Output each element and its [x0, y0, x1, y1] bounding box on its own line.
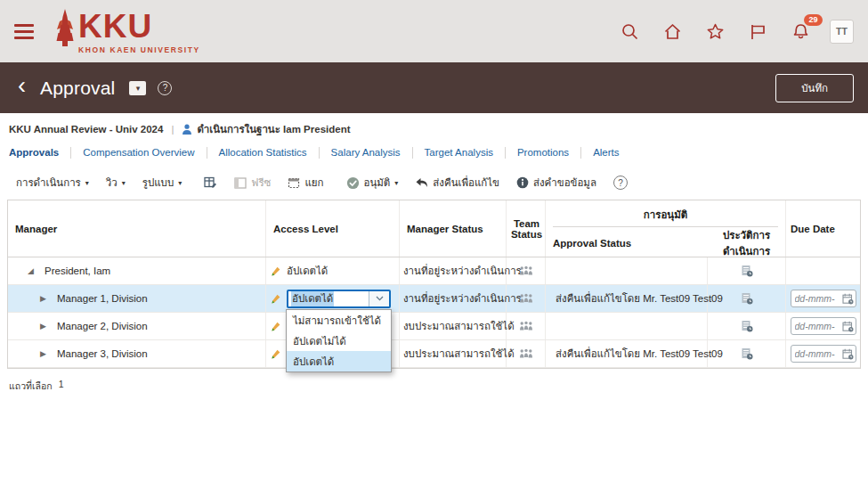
team-status-cell[interactable]	[507, 285, 546, 312]
detach-icon	[288, 177, 300, 189]
dropdown-option[interactable]: ไม่สามารถเข้าใช้ได้	[287, 310, 391, 331]
return-for-correction-button[interactable]: ส่งคืนเพื่อแก้ไข	[415, 175, 499, 191]
due-date-placeholder: dd-mmm-	[795, 321, 842, 331]
access-level-value: อัปเดตได้	[287, 263, 328, 279]
dropdown-option[interactable]: อัปเดตไม่ได้	[287, 331, 391, 351]
avatar[interactable]: TT	[830, 20, 854, 44]
table-row[interactable]: ▶ Manager 3, Division งบประมาณสามารถใช้ไ…	[8, 340, 860, 368]
combobox-value: อัปเดตได้	[291, 291, 334, 306]
manager-cell[interactable]: ▶ Manager 3, Division	[8, 340, 266, 367]
save-button[interactable]: บันทึก	[775, 74, 854, 102]
flag-icon[interactable]	[749, 22, 767, 41]
action-history-cell[interactable]	[708, 313, 786, 339]
back-button[interactable]: ‹	[18, 74, 26, 98]
team-status-cell[interactable]	[507, 313, 546, 339]
tab-allocation-statistics[interactable]: Allocation Statistics	[207, 147, 320, 159]
table-row[interactable]: ▶ Manager 2, Division งบประมาณสามารถใช้ไ…	[8, 313, 860, 340]
column-header-manager-status: Manager Status	[400, 200, 507, 257]
table-row[interactable]: ◢ President, Iam อัปเดตได้ งานที่อยู่ระห…	[8, 257, 860, 285]
request-information-button[interactable]: ส่งคำขอข้อมูล	[516, 175, 596, 191]
favorites-star-icon[interactable]	[706, 22, 725, 41]
toolbar-help-icon[interactable]: ?	[613, 176, 628, 190]
pencil-icon	[270, 321, 281, 332]
combobox-dropdown-button[interactable]	[369, 291, 389, 306]
home-icon[interactable]	[663, 22, 682, 41]
panel-toggle-icon[interactable]: ▾	[129, 81, 146, 95]
expand-collapse-icon[interactable]: ◢	[28, 266, 37, 275]
approve-check-icon	[346, 176, 360, 190]
tab-promotions[interactable]: Promotions	[506, 147, 581, 159]
manager-cell[interactable]: ◢ President, Iam	[8, 257, 266, 284]
action-history-cell[interactable]	[708, 285, 786, 312]
expand-collapse-icon[interactable]: ▶	[40, 322, 50, 331]
tab-approvals[interactable]: Approvals	[9, 147, 71, 159]
expand-collapse-icon[interactable]: ▶	[40, 294, 50, 303]
selected-rows-label: แถวที่เลือก	[9, 379, 53, 394]
selected-rows-count: 1	[59, 379, 64, 394]
manager-status-cell: งานที่อยู่ระหว่างดำเนินการ	[400, 285, 507, 312]
person-icon	[182, 124, 192, 135]
view-menu[interactable]: วิว ▾	[106, 175, 126, 191]
actions-menu[interactable]: การดำเนินการ ▾	[16, 175, 89, 191]
due-date-cell: dd-mmm-	[786, 340, 860, 367]
approval-table: Manager Access Level Manager Status Team…	[7, 200, 861, 369]
breadcrumb-divider: |	[171, 124, 174, 135]
tab-target-analysis[interactable]: Target Analysis	[413, 147, 506, 159]
detach-button[interactable]: แยก	[288, 175, 323, 191]
caret-down-icon: ▾	[178, 179, 182, 187]
group-header-label: การอนุมัติ	[546, 200, 785, 223]
due-date-cell	[786, 257, 860, 284]
access-level-combobox[interactable]: อัปเดตได้	[287, 290, 391, 308]
action-history-cell[interactable]	[708, 257, 786, 284]
calendar-icon[interactable]	[842, 321, 854, 332]
table-toolbar: การดำเนินการ ▾ วิว ▾ รูปแบบ ▾ ฟรีซ แยก	[0, 167, 868, 200]
pencil-icon	[270, 265, 281, 277]
manager-cell[interactable]: ▶ Manager 2, Division	[8, 313, 266, 339]
due-date-placeholder: dd-mmm-	[795, 348, 842, 359]
page-title: Approval	[40, 78, 115, 99]
acting-as: ดำเนินการในฐานะ Iam President	[182, 121, 350, 137]
action-history-icon	[741, 265, 753, 277]
tab-alerts[interactable]: Alerts	[581, 147, 630, 159]
table-row[interactable]: ▶ Manager 1, Division อัปเดตได้ งานที่อย…	[8, 285, 860, 313]
logo-text: KKU	[78, 9, 152, 45]
manager-name: Manager 1, Division	[57, 293, 148, 304]
team-icon	[519, 293, 533, 304]
column-header-team-status: Team Status	[507, 200, 546, 257]
team-status-cell[interactable]	[507, 257, 546, 284]
plan-title: KKU Annual Review - Univ 2024	[9, 124, 163, 135]
action-history-icon	[741, 347, 753, 360]
due-date-cell: dd-mmm-	[786, 313, 860, 339]
chevron-down-icon	[376, 296, 384, 301]
team-status-cell[interactable]	[507, 340, 546, 367]
due-date-input[interactable]: dd-mmm-	[791, 290, 856, 307]
column-header-access-level: Access Level	[266, 200, 400, 257]
help-icon[interactable]: ?	[158, 81, 172, 95]
due-date-input[interactable]: dd-mmm-	[791, 317, 856, 335]
approve-button[interactable]: อนุมัติ ▾	[346, 175, 399, 191]
notification-badge: 29	[804, 14, 823, 26]
manager-cell[interactable]: ▶ Manager 1, Division	[8, 285, 266, 312]
column-header-action-history: ประวัติการดำเนินการ	[708, 227, 785, 259]
tab-salary-analysis[interactable]: Salary Analysis	[320, 147, 413, 159]
acting-as-label: ดำเนินการในฐานะ Iam President	[197, 121, 350, 137]
format-menu[interactable]: รูปแบบ ▾	[142, 175, 183, 191]
due-date-input[interactable]: dd-mmm-	[791, 345, 856, 363]
approval-status-cell: ส่งคืนเพื่อแก้ไขโดย Mr. Test09 Test09	[546, 285, 708, 312]
dropdown-option-highlighted[interactable]: อัปเดตได้	[287, 351, 391, 372]
manager-name: President, Iam	[45, 265, 110, 276]
expand-collapse-icon[interactable]: ▶	[40, 349, 50, 358]
freeze-button[interactable]: ฟรีซ	[234, 175, 271, 191]
calendar-icon[interactable]	[842, 348, 854, 360]
manage-columns-button[interactable]	[204, 176, 217, 189]
approval-status-cell: ส่งคืนเพื่อแก้ไขโดย Mr. Test09 Test09	[546, 340, 708, 367]
column-group-approval: การอนุมัติ Approval Status ประวัติการดำเ…	[546, 200, 786, 257]
action-history-icon	[741, 292, 753, 305]
hamburger-menu-icon[interactable]	[14, 24, 34, 39]
calendar-icon[interactable]	[842, 293, 854, 305]
tab-compensation-overview[interactable]: Compensation Overview	[71, 147, 207, 159]
search-icon[interactable]	[621, 22, 639, 41]
freeze-icon	[234, 177, 247, 189]
notifications[interactable]: 29	[791, 20, 810, 43]
action-history-cell[interactable]	[708, 340, 786, 367]
